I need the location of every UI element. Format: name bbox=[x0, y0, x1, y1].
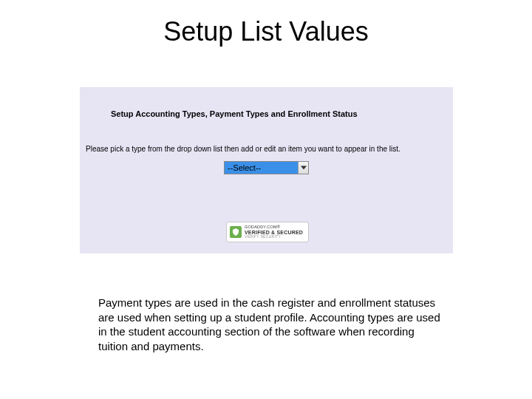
badge-text: GODADDY.COM® VERIFIED & SECURED VERIFY S… bbox=[245, 225, 303, 239]
shield-icon bbox=[230, 226, 242, 238]
setup-panel: Setup Accounting Types, Payment Types an… bbox=[80, 87, 453, 253]
chevron-down-icon bbox=[298, 162, 308, 174]
type-select-value: --Select-- bbox=[225, 163, 298, 172]
panel-heading: Setup Accounting Types, Payment Types an… bbox=[111, 109, 358, 118]
svg-marker-0 bbox=[301, 166, 307, 170]
badge-line3: VERIFY SECURITY bbox=[245, 235, 303, 239]
page-title: Setup List Values bbox=[0, 16, 532, 47]
slide-caption: Payment types are used in the cash regis… bbox=[98, 296, 446, 353]
security-badge: GODADDY.COM® VERIFIED & SECURED VERIFY S… bbox=[226, 222, 309, 242]
type-select[interactable]: --Select-- bbox=[224, 161, 309, 174]
slide: Setup List Values Setup Accounting Types… bbox=[0, 0, 532, 399]
panel-instruction: Please pick a type from the drop down li… bbox=[86, 145, 400, 153]
